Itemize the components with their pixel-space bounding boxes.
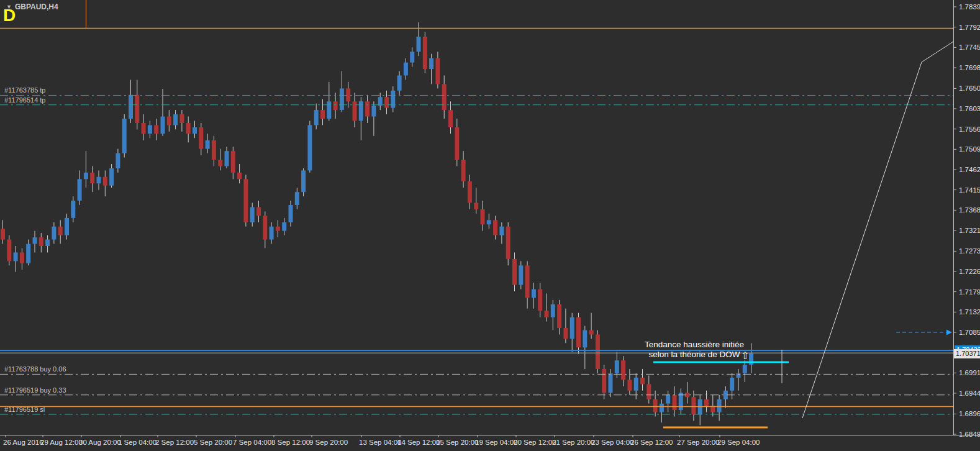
price-tick-label: 1.69440 <box>959 390 980 397</box>
time-tick-label: 27 Sep 20:00 <box>677 439 719 446</box>
time-tick-label: 8 Sep 12:00 <box>271 439 310 446</box>
bull-candle <box>206 140 210 149</box>
arrowhead-icon <box>946 330 952 335</box>
bull-candle <box>404 63 408 76</box>
price-tick-label: 1.69910 <box>959 369 980 376</box>
bull-candle <box>52 227 56 240</box>
price-tick-label: 1.74150 <box>959 186 980 194</box>
bull-candle <box>225 151 229 166</box>
bear-candle <box>1 229 5 239</box>
bull-candle <box>583 330 587 348</box>
bull-candle <box>499 227 504 235</box>
bear-candle <box>493 220 497 235</box>
price-tick-label: 1.78390 <box>959 3 980 11</box>
up-arrow-icon: ⇧ <box>741 350 749 362</box>
price-tick-label: 1.73210 <box>959 227 980 234</box>
bear-candle <box>448 110 453 127</box>
price-tick-label: 1.73680 <box>959 206 980 214</box>
bear-candle <box>218 160 222 166</box>
time-tick-label: 9 Sep 20:00 <box>309 439 348 446</box>
bear-candle <box>557 304 561 328</box>
bear-candle <box>7 240 11 262</box>
bear-candle <box>186 123 191 134</box>
bull-candle <box>33 237 37 244</box>
price-tick-label: 1.76500 <box>959 84 980 92</box>
bull-candle <box>679 393 683 410</box>
bear-candle <box>333 101 338 110</box>
bull-candle <box>730 378 734 391</box>
bull-candle <box>570 317 574 339</box>
bear-candle <box>103 177 107 186</box>
price-tick-label: 1.70850 <box>959 329 980 336</box>
price-tick-label: 1.71320 <box>959 308 980 316</box>
bear-candle <box>596 334 600 369</box>
bear-candle <box>179 114 184 123</box>
bear-candle <box>512 259 517 285</box>
bear-candle <box>346 88 350 101</box>
bull-candle <box>397 75 402 90</box>
bull-candle <box>519 265 523 285</box>
bullish-trendline <box>802 42 953 418</box>
bear-candle <box>423 37 427 69</box>
bull-candle <box>84 173 88 179</box>
bull-candle <box>289 205 293 222</box>
bear-candle <box>627 380 632 390</box>
bull-candle <box>743 365 747 373</box>
bull-candle <box>161 117 165 134</box>
bear-candle <box>39 237 43 246</box>
bear-candle <box>589 330 594 335</box>
symbol-text: GBPAUD,H4 <box>15 2 58 11</box>
bear-candle <box>212 140 216 160</box>
bull-candle <box>717 399 722 412</box>
period-marker-text: D <box>3 7 16 24</box>
price-tick-label: 1.76030 <box>959 105 980 112</box>
bear-candle <box>621 360 625 380</box>
time-tick-label: 30 Aug 20:00 <box>79 439 121 446</box>
bear-candle <box>576 317 581 348</box>
bear-candle <box>461 160 466 181</box>
price-tick-label: 1.75560 <box>959 125 980 133</box>
bear-candle <box>474 203 478 209</box>
bear-candle <box>435 58 440 84</box>
bull-candle <box>391 91 395 108</box>
time-tick-label: 23 Sep 04:00 <box>591 439 633 446</box>
bull-candle <box>148 125 152 134</box>
bear-candle <box>704 399 709 406</box>
buy-line-1-label: #11763788 buy 0.06 <box>4 365 66 373</box>
bull-candle <box>371 106 376 116</box>
bear-candle <box>640 378 645 384</box>
bull-candle <box>26 244 30 263</box>
bear-candle <box>673 395 677 410</box>
bear-candle <box>365 101 370 116</box>
bull-candle <box>378 97 383 106</box>
bull-candle <box>65 218 69 235</box>
tp-line-1-label: #11763785 tp <box>4 86 45 94</box>
bull-candle <box>609 373 613 393</box>
bull-candle <box>301 170 306 192</box>
annotation-line-2: selon la théorie de DOW <box>643 350 745 360</box>
bear-candle <box>20 252 24 263</box>
bull-candle <box>270 227 274 240</box>
sl-line-label: #11796519 sl <box>4 406 45 413</box>
bear-candle <box>90 173 94 183</box>
bull-candle <box>116 153 120 168</box>
candlestick-chart-canvas[interactable]: #11763785 tp#11796514 tp#11763788 buy 0.… <box>0 0 980 451</box>
bear-candle <box>481 209 485 224</box>
bear-candle <box>384 97 389 107</box>
bull-candle <box>307 125 312 170</box>
time-tick-label: 29 Sep 04:00 <box>717 439 760 446</box>
bear-candle <box>468 181 472 203</box>
bear-candle <box>243 179 248 222</box>
bull-candle <box>634 378 638 391</box>
bull-candle <box>78 179 82 201</box>
bull-candle <box>429 58 433 69</box>
bull-candle <box>45 240 50 246</box>
bear-candle <box>545 311 549 317</box>
bull-candle <box>327 101 331 119</box>
time-tick-label: 26 Sep 12:00 <box>630 439 673 446</box>
time-tick-label: 2 Sep 12:00 <box>155 439 194 446</box>
time-tick-label: 1 Sep 04:00 <box>118 439 157 446</box>
price-tick-label: 1.71790 <box>959 288 980 296</box>
price-tick-label: 1.76980 <box>959 64 980 71</box>
bull-candle <box>532 289 536 298</box>
